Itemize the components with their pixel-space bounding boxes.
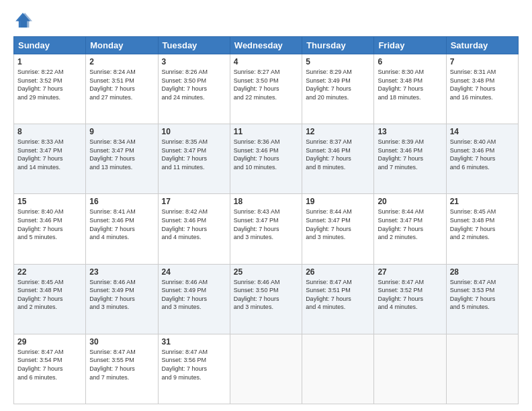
day-info: Sunrise: 8:30 AMSunset: 3:48 PMDaylight:… bbox=[378, 68, 424, 101]
day-number: 1 bbox=[17, 57, 82, 66]
calendar-cell: 31Sunrise: 8:47 AMSunset: 3:56 PMDayligh… bbox=[158, 334, 230, 404]
day-number: 29 bbox=[17, 337, 82, 347]
day-info: Sunrise: 8:24 AMSunset: 3:51 PMDaylight:… bbox=[89, 68, 136, 101]
logo bbox=[13, 11, 35, 30]
day-info: Sunrise: 8:45 AMSunset: 3:48 PMDaylight:… bbox=[450, 208, 496, 240]
calendar-cell: 7Sunrise: 8:31 AMSunset: 3:48 PMDaylight… bbox=[446, 54, 518, 124]
header-row: SundayMondayTuesdayWednesdayThursdayFrid… bbox=[14, 37, 519, 54]
calendar-cell: 24Sunrise: 8:46 AMSunset: 3:49 PMDayligh… bbox=[158, 264, 230, 334]
day-number: 18 bbox=[234, 197, 298, 206]
calendar-cell: 4Sunrise: 8:27 AMSunset: 3:50 PMDaylight… bbox=[230, 54, 302, 124]
day-number: 31 bbox=[162, 337, 226, 347]
header-friday: Friday bbox=[374, 37, 446, 54]
calendar-cell: 30Sunrise: 8:47 AMSunset: 3:55 PMDayligh… bbox=[86, 334, 158, 404]
calendar-cell: 26Sunrise: 8:47 AMSunset: 3:51 PMDayligh… bbox=[302, 264, 374, 334]
day-number: 26 bbox=[306, 267, 370, 277]
day-number: 30 bbox=[89, 337, 154, 347]
calendar-cell: 23Sunrise: 8:46 AMSunset: 3:49 PMDayligh… bbox=[86, 264, 158, 334]
day-number: 11 bbox=[234, 127, 298, 136]
day-info: Sunrise: 8:47 AMSunset: 3:52 PMDaylight:… bbox=[378, 279, 424, 311]
calendar-cell: 9Sunrise: 8:34 AMSunset: 3:47 PMDaylight… bbox=[86, 124, 158, 194]
day-info: Sunrise: 8:33 AMSunset: 3:47 PMDaylight:… bbox=[17, 138, 64, 171]
day-info: Sunrise: 8:44 AMSunset: 3:47 PMDaylight:… bbox=[378, 208, 424, 240]
day-number: 19 bbox=[306, 197, 370, 206]
header-thursday: Thursday bbox=[302, 37, 374, 54]
day-number: 4 bbox=[234, 57, 298, 66]
calendar-cell: 27Sunrise: 8:47 AMSunset: 3:52 PMDayligh… bbox=[374, 264, 446, 334]
calendar-cell: 13Sunrise: 8:39 AMSunset: 3:46 PMDayligh… bbox=[374, 124, 446, 194]
day-info: Sunrise: 8:46 AMSunset: 3:49 PMDaylight:… bbox=[89, 279, 136, 311]
calendar-cell: 6Sunrise: 8:30 AMSunset: 3:48 PMDaylight… bbox=[374, 54, 446, 124]
day-info: Sunrise: 8:47 AMSunset: 3:53 PMDaylight:… bbox=[450, 279, 496, 311]
day-info: Sunrise: 8:47 AMSunset: 3:55 PMDaylight:… bbox=[89, 349, 136, 381]
day-info: Sunrise: 8:47 AMSunset: 3:51 PMDaylight:… bbox=[306, 279, 352, 311]
calendar-cell bbox=[230, 334, 302, 404]
calendar-cell: 12Sunrise: 8:37 AMSunset: 3:46 PMDayligh… bbox=[302, 124, 374, 194]
day-number: 24 bbox=[162, 267, 226, 277]
week-row-4: 22Sunrise: 8:45 AMSunset: 3:48 PMDayligh… bbox=[14, 264, 519, 334]
header-wednesday: Wednesday bbox=[230, 37, 302, 54]
calendar-cell: 18Sunrise: 8:43 AMSunset: 3:47 PMDayligh… bbox=[230, 194, 302, 264]
day-info: Sunrise: 8:40 AMSunset: 3:46 PMDaylight:… bbox=[17, 208, 64, 240]
day-info: Sunrise: 8:37 AMSunset: 3:46 PMDaylight:… bbox=[306, 138, 352, 171]
day-number: 7 bbox=[450, 57, 515, 66]
calendar-cell: 2Sunrise: 8:24 AMSunset: 3:51 PMDaylight… bbox=[86, 54, 158, 124]
day-info: Sunrise: 8:47 AMSunset: 3:54 PMDaylight:… bbox=[17, 349, 64, 381]
day-info: Sunrise: 8:31 AMSunset: 3:48 PMDaylight:… bbox=[450, 68, 496, 101]
day-number: 23 bbox=[89, 267, 154, 277]
calendar-cell bbox=[302, 334, 374, 404]
day-info: Sunrise: 8:27 AMSunset: 3:50 PMDaylight:… bbox=[234, 68, 280, 101]
calendar-table: SundayMondayTuesdayWednesdayThursdayFrid… bbox=[13, 36, 519, 404]
week-row-2: 8Sunrise: 8:33 AMSunset: 3:47 PMDaylight… bbox=[14, 124, 519, 194]
day-info: Sunrise: 8:45 AMSunset: 3:48 PMDaylight:… bbox=[17, 279, 64, 311]
calendar-cell: 15Sunrise: 8:40 AMSunset: 3:46 PMDayligh… bbox=[14, 194, 86, 264]
day-number: 28 bbox=[450, 267, 515, 277]
day-info: Sunrise: 8:46 AMSunset: 3:50 PMDaylight:… bbox=[234, 279, 280, 311]
header-saturday: Saturday bbox=[446, 37, 518, 54]
calendar-cell: 19Sunrise: 8:44 AMSunset: 3:47 PMDayligh… bbox=[302, 194, 374, 264]
day-number: 20 bbox=[378, 197, 442, 206]
calendar-cell bbox=[446, 334, 518, 404]
week-row-1: 1Sunrise: 8:22 AMSunset: 3:52 PMDaylight… bbox=[14, 54, 519, 124]
day-number: 8 bbox=[17, 127, 82, 136]
day-info: Sunrise: 8:36 AMSunset: 3:46 PMDaylight:… bbox=[234, 138, 280, 171]
calendar-cell: 20Sunrise: 8:44 AMSunset: 3:47 PMDayligh… bbox=[374, 194, 446, 264]
day-info: Sunrise: 8:42 AMSunset: 3:46 PMDaylight:… bbox=[162, 208, 208, 240]
page: SundayMondayTuesdayWednesdayThursdayFrid… bbox=[0, 0, 532, 411]
day-number: 15 bbox=[17, 197, 82, 206]
day-info: Sunrise: 8:39 AMSunset: 3:46 PMDaylight:… bbox=[378, 138, 424, 171]
calendar-cell: 21Sunrise: 8:45 AMSunset: 3:48 PMDayligh… bbox=[446, 194, 518, 264]
header-tuesday: Tuesday bbox=[158, 37, 230, 54]
day-number: 6 bbox=[378, 57, 442, 66]
day-info: Sunrise: 8:46 AMSunset: 3:49 PMDaylight:… bbox=[162, 279, 208, 311]
day-info: Sunrise: 8:35 AMSunset: 3:47 PMDaylight:… bbox=[162, 138, 208, 171]
day-number: 2 bbox=[89, 57, 154, 66]
calendar-cell: 14Sunrise: 8:40 AMSunset: 3:46 PMDayligh… bbox=[446, 124, 518, 194]
day-info: Sunrise: 8:26 AMSunset: 3:50 PMDaylight:… bbox=[162, 68, 208, 101]
day-number: 3 bbox=[162, 57, 226, 66]
day-number: 10 bbox=[162, 127, 226, 136]
calendar-cell: 5Sunrise: 8:29 AMSunset: 3:49 PMDaylight… bbox=[302, 54, 374, 124]
day-info: Sunrise: 8:43 AMSunset: 3:47 PMDaylight:… bbox=[234, 208, 280, 240]
day-info: Sunrise: 8:29 AMSunset: 3:49 PMDaylight:… bbox=[306, 68, 352, 101]
calendar-cell: 8Sunrise: 8:33 AMSunset: 3:47 PMDaylight… bbox=[14, 124, 86, 194]
calendar-cell bbox=[374, 334, 446, 404]
header-sunday: Sunday bbox=[14, 37, 86, 54]
calendar-cell: 10Sunrise: 8:35 AMSunset: 3:47 PMDayligh… bbox=[158, 124, 230, 194]
day-number: 14 bbox=[450, 127, 515, 136]
day-number: 5 bbox=[306, 57, 370, 66]
week-row-5: 29Sunrise: 8:47 AMSunset: 3:54 PMDayligh… bbox=[14, 334, 519, 404]
day-info: Sunrise: 8:22 AMSunset: 3:52 PMDaylight:… bbox=[17, 68, 64, 101]
day-number: 12 bbox=[306, 127, 370, 136]
day-info: Sunrise: 8:41 AMSunset: 3:46 PMDaylight:… bbox=[89, 208, 136, 240]
calendar-cell: 29Sunrise: 8:47 AMSunset: 3:54 PMDayligh… bbox=[14, 334, 86, 404]
day-number: 25 bbox=[234, 267, 298, 277]
day-info: Sunrise: 8:47 AMSunset: 3:56 PMDaylight:… bbox=[162, 349, 208, 381]
day-number: 16 bbox=[89, 197, 154, 206]
header bbox=[13, 11, 519, 30]
day-info: Sunrise: 8:44 AMSunset: 3:47 PMDaylight:… bbox=[306, 208, 352, 240]
day-number: 27 bbox=[378, 267, 442, 277]
header-monday: Monday bbox=[86, 37, 158, 54]
calendar-cell: 3Sunrise: 8:26 AMSunset: 3:50 PMDaylight… bbox=[158, 54, 230, 124]
day-number: 13 bbox=[378, 127, 442, 136]
